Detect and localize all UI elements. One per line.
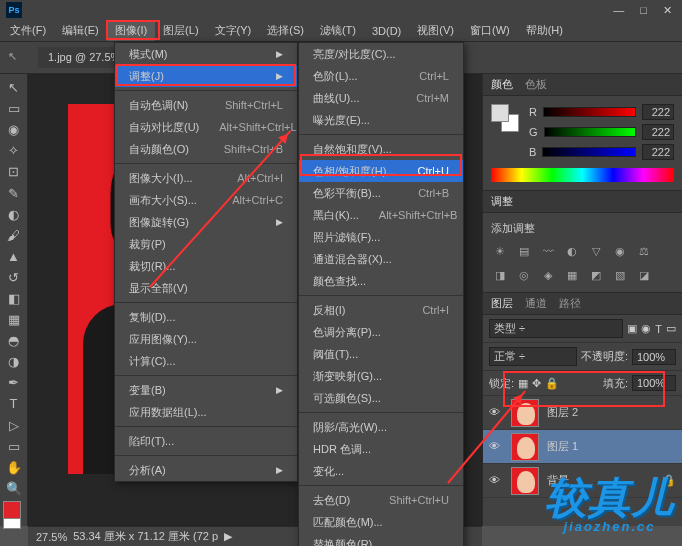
menu-trim[interactable]: 裁切(R)... [115, 255, 297, 277]
filter-icon[interactable]: ▭ [666, 322, 676, 335]
filter-icon[interactable]: ◉ [641, 322, 651, 335]
pen-tool[interactable]: ✒ [3, 373, 25, 392]
opacity-value[interactable]: 100% [632, 349, 676, 365]
move-tool[interactable]: ↖ [3, 78, 25, 97]
eyedropper-tool[interactable]: ✎ [3, 183, 25, 202]
menu-color-lookup[interactable]: 颜色查找... [299, 270, 463, 292]
gradient-tool[interactable]: ▦ [3, 310, 25, 329]
menu-mode[interactable]: 模式(M)▶ [115, 43, 297, 65]
menu-image-size[interactable]: 图像大小(I)...Alt+Ctrl+I [115, 167, 297, 189]
lock-position-icon[interactable]: ✥ [532, 377, 541, 390]
menu-analysis[interactable]: 分析(A)▶ [115, 459, 297, 481]
tool-preset-icon[interactable]: ↖ [8, 50, 24, 66]
dodge-tool[interactable]: ◑ [3, 352, 25, 371]
menu-view[interactable]: 视图(V) [409, 20, 462, 41]
adj-threshold-icon[interactable]: ◪ [635, 266, 653, 284]
heal-tool[interactable]: ◐ [3, 205, 25, 224]
visibility-icon[interactable]: 👁 [489, 440, 503, 454]
eraser-tool[interactable]: ◧ [3, 289, 25, 308]
filter-icon[interactable]: T [655, 323, 662, 335]
g-slider[interactable] [544, 127, 636, 137]
filter-icon[interactable]: ▣ [627, 322, 637, 335]
maximize-button[interactable]: □ [636, 4, 651, 17]
menu-shadows-highlights[interactable]: 阴影/高光(W)... [299, 416, 463, 438]
menu-auto-contrast[interactable]: 自动对比度(U)Alt+Shift+Ctrl+L [115, 116, 297, 138]
menu-auto-color[interactable]: 自动颜色(O)Shift+Ctrl+B [115, 138, 297, 160]
menu-invert[interactable]: 反相(I)Ctrl+I [299, 299, 463, 321]
menu-hdr-toning[interactable]: HDR 色调... [299, 438, 463, 460]
adj-levels-icon[interactable]: ▤ [515, 242, 533, 260]
menu-vibrance[interactable]: 自然饱和度(V)... [299, 138, 463, 160]
tab-layers[interactable]: 图层 [491, 296, 513, 311]
hand-tool[interactable]: ✋ [3, 458, 25, 477]
adj-invert-icon[interactable]: ◩ [587, 266, 605, 284]
menu-brightness-contrast[interactable]: 亮度/对比度(C)... [299, 43, 463, 65]
menu-photo-filter[interactable]: 照片滤镜(F)... [299, 226, 463, 248]
adj-brightness-icon[interactable]: ☀ [491, 242, 509, 260]
color-swatch-pair[interactable] [491, 104, 519, 132]
menu-replace-color[interactable]: 替换颜色(R)... [299, 533, 463, 546]
menu-calculations[interactable]: 计算(C)... [115, 350, 297, 372]
adj-filter-icon[interactable]: ◎ [515, 266, 533, 284]
wand-tool[interactable]: ✧ [3, 141, 25, 160]
menu-desaturate[interactable]: 去色(D)Shift+Ctrl+U [299, 489, 463, 511]
stamp-tool[interactable]: ▲ [3, 247, 25, 266]
b-value[interactable]: 222 [642, 144, 674, 160]
status-arrow-icon[interactable]: ▶ [224, 530, 232, 543]
visibility-icon[interactable]: 👁 [489, 474, 503, 488]
menu-apply-image[interactable]: 应用图像(Y)... [115, 328, 297, 350]
zoom-tool[interactable]: 🔍 [3, 479, 25, 498]
adj-curves-icon[interactable]: 〰 [539, 242, 557, 260]
type-tool[interactable]: T [3, 394, 25, 413]
adj-lookup-icon[interactable]: ▦ [563, 266, 581, 284]
menu-layer[interactable]: 图层(L) [155, 20, 206, 41]
lock-all-icon[interactable]: 🔒 [545, 377, 559, 390]
menu-color-balance[interactable]: 色彩平衡(B)...Ctrl+B [299, 182, 463, 204]
menu-select[interactable]: 选择(S) [259, 20, 312, 41]
menu-levels[interactable]: 色阶(L)...Ctrl+L [299, 65, 463, 87]
adj-balance-icon[interactable]: ⚖ [635, 242, 653, 260]
adj-mixer-icon[interactable]: ◈ [539, 266, 557, 284]
menu-match-color[interactable]: 匹配颜色(M)... [299, 511, 463, 533]
menu-image[interactable]: 图像(I) [107, 20, 155, 41]
tab-swatches[interactable]: 色板 [525, 77, 547, 92]
menu-curves[interactable]: 曲线(U)...Ctrl+M [299, 87, 463, 109]
fill-value[interactable]: 100% [632, 375, 676, 391]
blur-tool[interactable]: ◓ [3, 331, 25, 350]
adj-bw-icon[interactable]: ◨ [491, 266, 509, 284]
layer-name[interactable]: 图层 1 [547, 439, 578, 454]
crop-tool[interactable]: ⊡ [3, 162, 25, 181]
layer-row[interactable]: 👁 图层 1 [483, 430, 682, 464]
menu-type[interactable]: 文字(Y) [207, 20, 260, 41]
menu-variables[interactable]: 变量(B)▶ [115, 379, 297, 401]
menu-window[interactable]: 窗口(W) [462, 20, 518, 41]
marquee-tool[interactable]: ▭ [3, 99, 25, 118]
menu-edit[interactable]: 编辑(E) [54, 20, 107, 41]
brush-tool[interactable]: 🖌 [3, 226, 25, 245]
blend-mode[interactable]: 正常 ÷ [489, 347, 577, 366]
adj-posterize-icon[interactable]: ▧ [611, 266, 629, 284]
menu-auto-tone[interactable]: 自动色调(N)Shift+Ctrl+L [115, 94, 297, 116]
tab-paths[interactable]: 路径 [559, 296, 581, 311]
b-slider[interactable] [542, 147, 636, 157]
menu-posterize[interactable]: 色调分离(P)... [299, 321, 463, 343]
menu-adjustments[interactable]: 调整(J)▶ [115, 65, 297, 87]
menu-gradient-map[interactable]: 渐变映射(G)... [299, 365, 463, 387]
menu-help[interactable]: 帮助(H) [518, 20, 571, 41]
tab-channels[interactable]: 通道 [525, 296, 547, 311]
menu-duplicate[interactable]: 复制(D)... [115, 306, 297, 328]
menu-exposure[interactable]: 曝光度(E)... [299, 109, 463, 131]
adj-exposure-icon[interactable]: ◐ [563, 242, 581, 260]
menu-channel-mixer[interactable]: 通道混合器(X)... [299, 248, 463, 270]
menu-hue-saturation[interactable]: 色相/饱和度(H)...Ctrl+U [299, 160, 463, 182]
menu-file[interactable]: 文件(F) [2, 20, 54, 41]
menu-3d[interactable]: 3D(D) [364, 22, 409, 40]
menu-filter[interactable]: 滤镜(T) [312, 20, 364, 41]
menu-threshold[interactable]: 阈值(T)... [299, 343, 463, 365]
tab-adjustments[interactable]: 调整 [491, 194, 513, 209]
menu-selective-color[interactable]: 可选颜色(S)... [299, 387, 463, 409]
history-brush-tool[interactable]: ↺ [3, 268, 25, 287]
minimize-button[interactable]: — [609, 4, 628, 17]
r-slider[interactable] [543, 107, 636, 117]
layer-filter-type[interactable]: 类型 ÷ [489, 319, 623, 338]
